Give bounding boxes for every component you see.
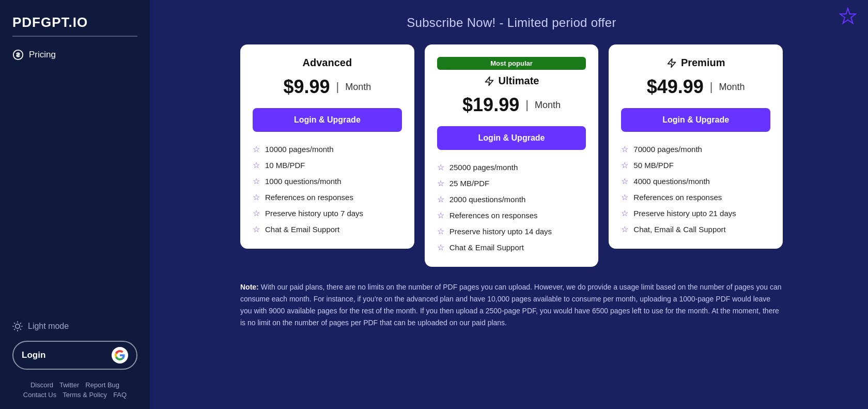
lightning-icon: [667, 58, 677, 68]
svg-marker-13: [668, 58, 675, 67]
star-icon: ☆: [437, 210, 444, 220]
star-icon: ☆: [437, 243, 444, 252]
terms-policy-link[interactable]: Terms & Policy: [63, 391, 107, 399]
svg-marker-11: [840, 8, 856, 23]
price-amount-premium: $49.99: [647, 76, 704, 98]
feature-list-premium: ☆ 70000 pages/month ☆ 50 MB/PDF ☆ 4000 q…: [621, 144, 770, 234]
login-button[interactable]: Login: [12, 341, 137, 370]
feature-item: ☆ 10 MB/PDF: [253, 160, 402, 170]
main-content: Subscribe Now! - Limited period offer Ad…: [150, 0, 868, 409]
star-icon: ☆: [621, 208, 628, 218]
upgrade-button-advanced[interactable]: Login & Upgrade: [253, 108, 402, 132]
google-icon: [112, 347, 128, 363]
svg-marker-12: [485, 77, 493, 85]
star-icon: ☆: [253, 176, 260, 186]
plan-name-premium: Premium: [681, 57, 725, 69]
price-period-premium: Month: [719, 82, 745, 93]
plan-card-advanced: Advanced $9.99 | Month Login & Upgrade ☆…: [240, 44, 414, 249]
feature-item: ☆ 4000 questions/month: [621, 176, 770, 186]
star-icon: ☆: [621, 176, 628, 186]
contact-us-link[interactable]: Contact Us: [23, 391, 56, 399]
price-period-ultimate: Month: [535, 100, 561, 111]
sidebar-item-pricing[interactable]: Pricing: [12, 46, 137, 64]
feature-item: ☆ Preserve history upto 7 days: [253, 208, 402, 218]
feature-item: ☆ Chat & Email Support: [253, 224, 402, 234]
feature-item: ☆ Chat & Email Support: [437, 243, 586, 252]
feature-item: ☆ References on responses: [621, 192, 770, 202]
feature-list-advanced: ☆ 10000 pages/month ☆ 10 MB/PDF ☆ 1000 q…: [253, 144, 402, 234]
light-mode-label: Light mode: [28, 322, 69, 331]
price-amount-ultimate: $19.99: [462, 94, 519, 116]
star-icon: ☆: [253, 208, 260, 218]
star-icon: ☆: [621, 160, 628, 170]
upgrade-button-premium[interactable]: Login & Upgrade: [621, 108, 770, 132]
feature-item: ☆ Preserve history upto 21 days: [621, 208, 770, 218]
pricing-cards: Advanced $9.99 | Month Login & Upgrade ☆…: [240, 44, 783, 267]
sun-icon: [12, 321, 23, 331]
note-section: Note: With our paid plans, there are no …: [240, 281, 783, 329]
note-bold: Note:: [240, 283, 259, 291]
footer-links: Discord Twitter Report Bug Contact Us Te…: [12, 381, 137, 399]
star-icon: ☆: [253, 224, 260, 234]
most-popular-badge: Most popular: [437, 57, 586, 70]
page-header: Subscribe Now! - Limited period offer: [407, 16, 616, 30]
plan-card-ultimate: Most popular Ultimate $19.99 | Month Log…: [425, 44, 599, 267]
feature-item: ☆ References on responses: [253, 192, 402, 202]
feature-item: ☆ 70000 pages/month: [621, 144, 770, 154]
twitter-link[interactable]: Twitter: [59, 381, 79, 389]
note-text: With our paid plans, there are no limits…: [240, 283, 781, 327]
star-icon: ☆: [437, 178, 444, 188]
feature-item: ☆ Preserve history upto 14 days: [437, 226, 586, 236]
faq-link[interactable]: FAQ: [113, 391, 127, 399]
plan-name-ultimate: Ultimate: [499, 75, 539, 87]
plan-name-ultimate-row: Ultimate: [437, 75, 586, 87]
plan-card-premium: Premium $49.99 | Month Login & Upgrade ☆…: [609, 44, 783, 249]
sidebar: PDFGPT.IO Pricing Light mode Login: [0, 0, 150, 409]
feature-item: ☆ 25000 pages/month: [437, 162, 586, 172]
svg-point-2: [16, 324, 20, 328]
price-row-advanced: $9.99 | Month: [253, 76, 402, 98]
discord-link[interactable]: Discord: [30, 381, 53, 389]
star-icon: ☆: [621, 144, 628, 154]
svg-line-5: [14, 323, 15, 324]
svg-line-9: [14, 329, 15, 329]
lightning-icon: [484, 76, 494, 86]
price-row-premium: $49.99 | Month: [621, 76, 770, 98]
star-icon: ☆: [437, 162, 444, 172]
star-icon: ☆: [621, 224, 628, 234]
price-row-ultimate: $19.99 | Month: [437, 94, 586, 116]
feature-list-ultimate: ☆ 25000 pages/month ☆ 25 MB/PDF ☆ 2000 q…: [437, 162, 586, 252]
price-amount-advanced: $9.99: [283, 76, 330, 98]
app-logo: PDFGPT.IO: [12, 14, 137, 37]
feature-item: ☆ Chat, Email & Call Support: [621, 224, 770, 234]
star-icon: ☆: [253, 192, 260, 202]
feature-item: ☆ 2000 questions/month: [437, 194, 586, 204]
star-icon: ☆: [253, 144, 260, 154]
star-icon: ☆: [621, 192, 628, 202]
plan-name-premium-row: Premium: [621, 57, 770, 69]
svg-line-10: [20, 323, 21, 324]
price-period-advanced: Month: [345, 82, 371, 93]
login-button-label: Login: [22, 350, 45, 360]
dollar-circle-icon: [12, 49, 24, 60]
star-icon: ☆: [437, 194, 444, 204]
upgrade-button-ultimate[interactable]: Login & Upgrade: [437, 126, 586, 150]
feature-item: ☆ 25 MB/PDF: [437, 178, 586, 188]
feature-item: ☆ 50 MB/PDF: [621, 160, 770, 170]
feature-item: ☆ 10000 pages/month: [253, 144, 402, 154]
feature-item: ☆ 1000 questions/month: [253, 176, 402, 186]
light-mode-toggle[interactable]: Light mode: [12, 321, 137, 331]
svg-line-6: [20, 329, 21, 329]
feature-item: ☆ References on responses: [437, 210, 586, 220]
star-icon: ☆: [437, 226, 444, 236]
decor-badge: [838, 7, 858, 29]
plan-name-advanced: Advanced: [253, 57, 402, 69]
sidebar-item-pricing-label: Pricing: [29, 50, 56, 60]
star-icon: ☆: [253, 160, 260, 170]
report-bug-link[interactable]: Report Bug: [85, 381, 119, 389]
